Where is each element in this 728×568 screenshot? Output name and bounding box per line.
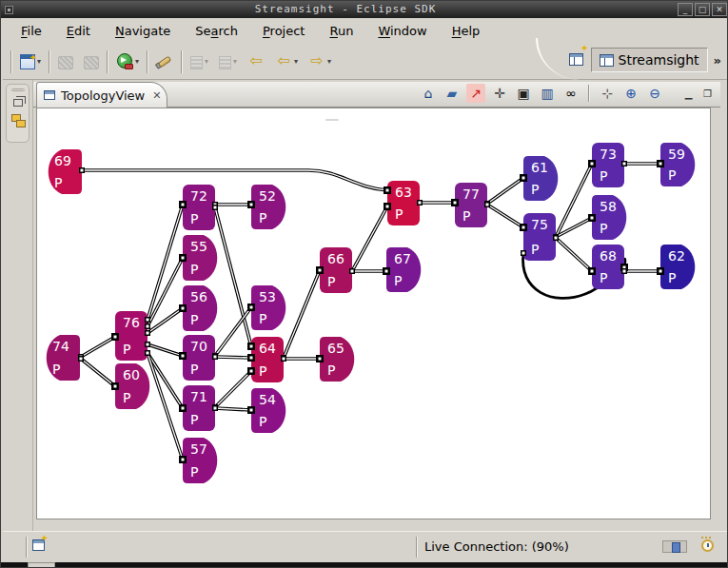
svg-text:P: P <box>123 390 130 405</box>
svg-text:58: 58 <box>600 199 617 214</box>
toolbar-separator <box>10 50 12 73</box>
node-54[interactable]: 54P <box>251 388 285 433</box>
open-perspective-button[interactable]: ✦ <box>567 49 585 71</box>
menu-help[interactable]: Help <box>442 21 491 41</box>
dropdown-arrow-icon[interactable]: ▾ <box>233 57 237 66</box>
fast-view-panel <box>6 84 30 143</box>
svg-text:P: P <box>259 363 266 379</box>
export-image-icon[interactable]: ▥ <box>538 84 557 103</box>
resize-grip[interactable] <box>28 562 55 568</box>
restore-views-icon[interactable] <box>13 99 23 107</box>
node-74[interactable]: 74P <box>47 335 80 381</box>
node-60[interactable]: 60P <box>115 363 149 409</box>
perspective-icon <box>600 54 614 67</box>
node-76[interactable]: 76P <box>115 311 148 361</box>
close-button[interactable]: ✕ <box>712 3 727 16</box>
window-controls: _□✕ <box>678 3 728 16</box>
toolbar-separator <box>107 50 108 73</box>
svg-text:P: P <box>259 311 266 326</box>
search-flashlight-button[interactable] <box>152 49 177 74</box>
performance-chart-icon[interactable]: ↗ <box>466 84 485 103</box>
topology-canvas[interactable]: 69P74P76P60P72P55P56P70P71P57P52P53P64P5… <box>36 108 711 519</box>
node-77[interactable]: 77P <box>455 183 487 227</box>
progress-indicator-icon[interactable] <box>662 540 687 553</box>
node-72[interactable]: 72P <box>183 185 215 230</box>
menu-navigate[interactable]: Navigate <box>105 21 181 41</box>
menu-project[interactable]: Project <box>252 21 316 41</box>
node-55[interactable]: 55P <box>183 235 217 281</box>
menu-file[interactable]: File <box>10 21 52 41</box>
svg-text:P: P <box>327 362 335 378</box>
minimize-button[interactable]: _ <box>678 3 693 16</box>
node-65[interactable]: 65P <box>320 337 354 382</box>
dropdown-arrow-icon[interactable]: ▾ <box>135 57 139 66</box>
dropdown-arrow-icon[interactable]: ▾ <box>205 57 208 66</box>
node-66[interactable]: 66P <box>320 247 352 293</box>
menu-window[interactable]: Window <box>367 21 437 41</box>
camera-snapshot-icon[interactable]: ▣ <box>514 84 533 103</box>
forward-icon: ⇨ <box>308 53 325 70</box>
node-73[interactable]: 73P <box>592 143 624 187</box>
node-52[interactable]: 52P <box>251 185 285 229</box>
dropdown-arrow-icon[interactable]: ▾ <box>294 57 298 66</box>
fast-view-status-icon[interactable] <box>32 539 45 551</box>
node-59[interactable]: 59P <box>660 143 695 186</box>
tree-view-icon[interactable] <box>11 114 25 126</box>
heap-status-clock-icon[interactable] <box>701 539 714 552</box>
new-wizard-button[interactable]: ▾ <box>16 49 45 74</box>
zoom-in-icon[interactable]: ⊕ <box>621 84 640 103</box>
svg-text:P: P <box>259 414 266 429</box>
last-edit-location-button[interactable]: ⇦ <box>244 49 268 74</box>
maximize-button[interactable]: □ <box>695 3 710 16</box>
svg-text:54: 54 <box>259 392 276 407</box>
new-wizard-icon <box>20 54 35 69</box>
window-menu-icon[interactable] <box>5 6 13 14</box>
forward-button[interactable]: ⇨▾ <box>305 49 335 74</box>
menu-run[interactable]: Run <box>319 21 364 41</box>
find-binoculars-icon[interactable]: ∞ <box>561 84 580 103</box>
marquee-select-icon[interactable]: ⊹ <box>598 84 617 103</box>
node-71[interactable]: 71P <box>183 385 215 431</box>
node-62[interactable]: 62P <box>660 245 695 289</box>
title-bar[interactable]: Streamsight - Eclipse SDK _□✕ <box>1 1 728 18</box>
node-58[interactable]: 58P <box>592 195 626 240</box>
svg-text:P: P <box>395 206 403 222</box>
tab-close-icon[interactable]: ✕ <box>152 89 161 102</box>
topology-graph: 69P74P76P60P72P55P56P70P71P57P52P53P64P5… <box>37 108 712 520</box>
back-button[interactable]: ⇦▾ <box>271 49 302 74</box>
run-button[interactable]: ▾ <box>112 49 143 74</box>
menu-edit[interactable]: Edit <box>56 21 101 41</box>
live-connection-status: Live Connection: (90%) <box>424 539 569 554</box>
node-69[interactable]: 69P <box>49 149 82 194</box>
fast-view-handle[interactable] <box>11 88 25 91</box>
sparkle-icon: ✦ <box>580 43 588 53</box>
minimize-view-icon[interactable]: ▁ <box>681 87 696 100</box>
node-64[interactable]: 64P <box>251 337 284 382</box>
dropdown-arrow-icon[interactable]: ▾ <box>37 57 41 66</box>
tab-topologyview[interactable]: TopologyView ✕ <box>36 82 167 108</box>
perspective-button-streamsight[interactable]: Streamsight <box>591 48 708 72</box>
menu-search[interactable]: Search <box>185 21 248 41</box>
node-75[interactable]: 75P <box>523 213 556 261</box>
node-67[interactable]: 67P <box>386 247 421 292</box>
node-57[interactable]: 57P <box>183 438 217 483</box>
svg-text:P: P <box>54 175 62 190</box>
home-icon[interactable]: ⌂ <box>419 84 438 103</box>
restore-view-icon[interactable]: ❐ <box>700 87 715 100</box>
perspective-overflow-chevron[interactable]: » <box>714 53 721 68</box>
zoom-out-icon[interactable]: ⊖ <box>645 84 664 103</box>
node-56[interactable]: 56P <box>183 285 217 331</box>
print-button <box>80 49 103 74</box>
fit-to-view-icon[interactable]: ✛ <box>490 84 509 103</box>
node-53[interactable]: 53P <box>251 285 285 330</box>
svg-text:60: 60 <box>123 367 140 382</box>
svg-text:68: 68 <box>600 248 617 264</box>
graph-layout-icon[interactable]: ▰ <box>443 84 462 103</box>
svg-text:P: P <box>259 210 266 225</box>
node-70[interactable]: 70P <box>183 335 215 381</box>
svg-text:P: P <box>190 211 198 226</box>
node-61[interactable]: 61P <box>523 156 558 201</box>
node-63[interactable]: 63P <box>387 181 420 225</box>
dropdown-arrow-icon[interactable]: ▾ <box>327 57 331 66</box>
node-68[interactable]: 68P <box>592 245 624 289</box>
